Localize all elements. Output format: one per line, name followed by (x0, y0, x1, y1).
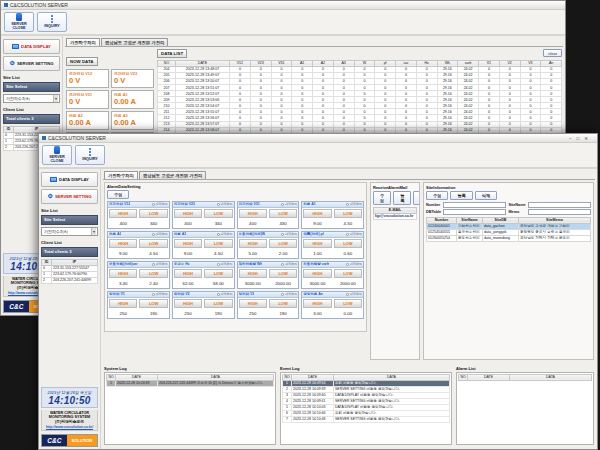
release-confirm-option[interactable]: 해제확인 (152, 262, 168, 266)
high-threshold-value[interactable]: 250 (173, 309, 203, 318)
memo-field-input[interactable] (528, 209, 591, 215)
site-select-dropdown[interactable]: 가천하수처리 ▾ (3, 94, 60, 103)
high-threshold-value[interactable]: 9.00 (302, 219, 332, 228)
low-threshold-value[interactable]: 4.50 (138, 249, 168, 258)
radio-icon[interactable] (152, 293, 155, 296)
high-threshold-value[interactable]: 3.40 (108, 279, 138, 288)
high-threshold-value[interactable]: 250 (238, 309, 268, 318)
radio-icon[interactable] (346, 263, 349, 266)
low-threshold-value[interactable]: 2000.00 (268, 279, 298, 288)
radio-icon[interactable] (281, 293, 284, 296)
titlebar[interactable]: C&CSOLUTION SERVER – □ ✕ (39, 134, 597, 143)
low-threshold-value[interactable]: 340 (138, 219, 168, 228)
release-confirm-option[interactable]: 해제확인 (217, 202, 233, 206)
low-threshold-value[interactable]: 4.50 (333, 219, 363, 228)
low-threshold-value[interactable]: 0.60 (333, 249, 363, 258)
low-threshold-value[interactable]: 0.00 (333, 309, 363, 318)
server-setting-button[interactable]: ⚙ SERVER SETTING (3, 56, 60, 71)
release-confirm-option[interactable]: 해제확인 (346, 292, 362, 296)
radio-icon[interactable] (217, 293, 220, 296)
number-field-input[interactable] (443, 202, 506, 208)
radio-icon[interactable] (217, 263, 220, 266)
system-log-row[interactable]: 1 2023-12-28 10:24:33 203.226.207.241:44… (107, 380, 274, 386)
radio-icon[interactable] (152, 263, 155, 266)
mail-delete-button[interactable]: 삭제 (413, 191, 420, 205)
high-threshold-value[interactable]: 5.00 (238, 249, 268, 258)
server-close-button[interactable]: SERVER CLOSE (4, 12, 34, 32)
release-confirm-option[interactable]: 해제확인 (281, 262, 297, 266)
high-threshold-value[interactable]: 3000.00 (238, 279, 268, 288)
chevron-down-icon[interactable]: ▾ (91, 228, 96, 235)
client-row[interactable]: 2 203.226.207.241:44699 (42, 277, 98, 283)
low-threshold-value[interactable]: 2.00 (268, 249, 298, 258)
titlebar[interactable]: C&CSOLUTION SERVER (1, 1, 565, 10)
low-threshold-value[interactable]: 2000.00 (333, 279, 363, 288)
high-threshold-value[interactable]: 3.00 (302, 309, 332, 318)
high-threshold-value[interactable]: 250 (108, 309, 138, 318)
sitename-field-input[interactable] (528, 202, 591, 208)
radio-icon[interactable] (346, 233, 349, 236)
release-confirm-option[interactable]: 해제확인 (152, 232, 168, 236)
site-select-dropdown[interactable]: 가천하수처리 ▾ (41, 227, 98, 236)
release-confirm-option[interactable]: 해제확인 (346, 202, 362, 206)
data-display-button[interactable]: DATA DISPLAY (3, 39, 60, 54)
email-row[interactable]: kjp@cncsolution.co.kr (374, 213, 417, 219)
high-threshold-value[interactable]: 9.00 (173, 249, 203, 258)
alarm-edit-button[interactable]: 수정 (107, 190, 129, 199)
mail-register-button[interactable]: 등록 (393, 191, 411, 205)
radio-icon[interactable] (217, 203, 220, 206)
radio-icon[interactable] (281, 263, 284, 266)
company-link[interactable]: http://www.cncsolution.co.kr/ (42, 425, 97, 429)
close-button[interactable]: ✕ (584, 136, 588, 141)
radio-icon[interactable] (346, 203, 349, 206)
low-threshold-value[interactable]: 190 (268, 309, 298, 318)
site-edit-button[interactable]: 수정 (426, 191, 448, 200)
low-threshold-value[interactable]: 430 (268, 219, 298, 228)
site-row[interactable]: 01260055254 문동하수처리 data_moondong 경상남도 거제… (427, 235, 591, 241)
event-log-row[interactable]: 7 2023-12-28 14:10:48 SERVER SETTING 버튼을… (283, 416, 450, 422)
release-confirm-option[interactable]: 해제확인 (152, 202, 168, 206)
site-register-button[interactable]: 등록 (450, 191, 472, 200)
mail-edit-button[interactable]: 수정 (373, 191, 391, 205)
release-confirm-option[interactable]: 해제확인 (217, 262, 233, 266)
data-display-button[interactable]: DATA DISPLAY (41, 172, 98, 187)
release-confirm-option[interactable]: 해제확인 (281, 292, 297, 296)
high-threshold-value[interactable]: 400 (173, 219, 203, 228)
server-setting-button[interactable]: ⚙ SERVER SETTING (41, 189, 98, 204)
inquiry-button[interactable]: INQUIRY (37, 12, 67, 32)
radio-icon[interactable] (346, 293, 349, 296)
low-threshold-value[interactable]: 190 (203, 309, 233, 318)
radio-icon[interactable] (217, 233, 220, 236)
inquiry-button[interactable]: INQUIRY (75, 145, 105, 165)
minimize-button[interactable]: – (569, 136, 572, 141)
high-threshold-value[interactable]: 62.00 (173, 279, 203, 288)
radio-icon[interactable] (152, 203, 155, 206)
high-threshold-value[interactable]: 400 (108, 219, 138, 228)
low-threshold-value[interactable]: 340 (203, 219, 233, 228)
release-confirm-option[interactable]: 해제확인 (281, 202, 297, 206)
high-threshold-value[interactable]: 400 (238, 219, 268, 228)
tab-site-address[interactable]: 경상남도 고성군 개천면 가천리 (139, 171, 206, 179)
release-confirm-option[interactable]: 해제확인 (346, 262, 362, 266)
low-threshold-value[interactable]: 4.50 (203, 249, 233, 258)
maximize-button[interactable]: □ (577, 136, 580, 141)
clear-button[interactable]: clear (543, 49, 562, 57)
chevron-down-icon[interactable]: ▾ (53, 95, 58, 102)
radio-icon[interactable] (281, 233, 284, 236)
dbtable-field-input[interactable] (443, 209, 506, 215)
release-confirm-option[interactable]: 해제확인 (217, 292, 233, 296)
high-threshold-value[interactable]: 9.00 (108, 249, 138, 258)
radio-icon[interactable] (281, 203, 284, 206)
release-confirm-option[interactable]: 해제확인 (281, 232, 297, 236)
radio-icon[interactable] (152, 233, 155, 236)
server-close-button[interactable]: SERVER CLOSE (42, 145, 72, 165)
high-threshold-value[interactable]: 3000.00 (302, 279, 332, 288)
site-delete-button[interactable]: 삭제 (475, 191, 497, 200)
low-threshold-value[interactable]: 2.40 (138, 279, 168, 288)
tab-site-name[interactable]: 가천하수처리 (66, 38, 100, 46)
low-threshold-value[interactable]: 58.00 (203, 279, 233, 288)
release-confirm-option[interactable]: 해제확인 (346, 232, 362, 236)
release-confirm-option[interactable]: 해제확인 (152, 292, 168, 296)
tab-site-address[interactable]: 경상남도 고성군 개천면 가천리 (101, 38, 168, 46)
tab-site-name[interactable]: 가천하수처리 (104, 171, 138, 179)
